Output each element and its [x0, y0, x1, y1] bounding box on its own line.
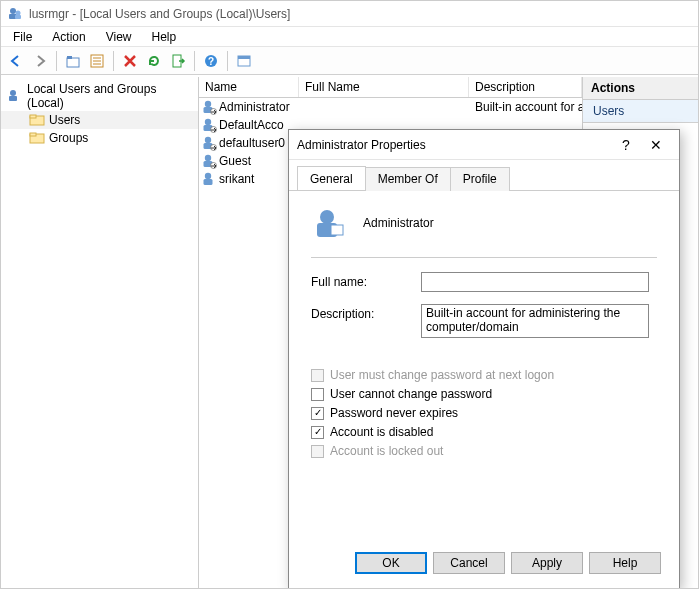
export-button[interactable] [167, 50, 189, 72]
description-row: Description: [311, 304, 657, 341]
fullname-input[interactable] [421, 272, 649, 292]
cell-name: Administrator [219, 100, 290, 114]
svg-rect-4 [67, 58, 79, 67]
tree-root[interactable]: Local Users and Groups (Local) [1, 81, 198, 111]
dialog-tabs: General Member Of Profile [289, 160, 679, 191]
svg-rect-14 [238, 56, 250, 59]
grid-row[interactable]: Administrator Built-in account for ad [199, 98, 582, 116]
svg-rect-3 [15, 15, 21, 19]
menu-help[interactable]: Help [142, 28, 187, 46]
help-button[interactable]: ? [200, 50, 222, 72]
checkbox-row: User must change password at next logon [311, 368, 657, 382]
actions-header: Actions [583, 77, 698, 100]
folder-icon [29, 130, 45, 146]
dialog-titlebar: Administrator Properties ? ✕ [289, 130, 679, 160]
cell-name: defaultuser0 [219, 136, 285, 150]
svg-rect-37 [331, 225, 343, 235]
column-header-name[interactable]: Name [199, 77, 299, 97]
menu-view[interactable]: View [96, 28, 142, 46]
checkbox-icon: ✓ [311, 426, 324, 439]
delete-button[interactable] [119, 50, 141, 72]
apply-button[interactable]: Apply [511, 552, 583, 574]
tree-root-label: Local Users and Groups (Local) [27, 82, 194, 110]
svg-rect-5 [67, 56, 72, 59]
svg-point-27 [205, 137, 211, 143]
refresh-button[interactable] [143, 50, 165, 72]
tree-item-users[interactable]: Users [1, 111, 198, 129]
checkbox-row[interactable]: ✓ Account is disabled [311, 425, 657, 439]
svg-point-30 [205, 155, 211, 161]
dialog-body: Administrator Full name: Description: Us… [289, 191, 679, 471]
dialog-title: Administrator Properties [297, 138, 611, 152]
svg-point-0 [10, 8, 16, 14]
toolbar-separator [56, 51, 57, 71]
user-header: Administrator [311, 205, 657, 251]
svg-rect-18 [30, 115, 36, 118]
window-title: lusrmgr - [Local Users and Groups (Local… [29, 7, 290, 21]
fullname-row: Full name: [311, 272, 657, 292]
svg-point-35 [320, 210, 334, 224]
svg-point-15 [10, 90, 16, 96]
tree-pane: Local Users and Groups (Local) Users Gro… [1, 77, 199, 588]
app-icon [7, 6, 23, 22]
tree-item-groups[interactable]: Groups [1, 129, 198, 147]
svg-rect-34 [204, 179, 213, 185]
checkbox-icon [311, 445, 324, 458]
user-icon [311, 205, 347, 241]
ok-button[interactable]: OK [355, 552, 427, 574]
grid-header: Name Full Name Description [199, 77, 582, 98]
checkbox-label: User cannot change password [330, 387, 492, 401]
user-name-display: Administrator [363, 216, 434, 230]
divider [311, 257, 657, 258]
column-header-fullname[interactable]: Full Name [299, 77, 469, 97]
cell-description: Built-in account for ad [469, 100, 582, 114]
up-button[interactable] [62, 50, 84, 72]
back-button[interactable] [5, 50, 27, 72]
svg-point-2 [16, 10, 21, 15]
svg-text:?: ? [208, 56, 214, 67]
user-icon [201, 117, 217, 133]
cell-name: DefaultAcco [219, 118, 284, 132]
description-label: Description: [311, 304, 421, 321]
svg-rect-20 [30, 133, 36, 136]
cell-name: Guest [219, 154, 251, 168]
tab-general[interactable]: General [297, 166, 366, 190]
dialog-button-row: OK Cancel Apply Help [289, 552, 679, 574]
svg-point-21 [205, 101, 211, 107]
svg-point-33 [205, 173, 211, 179]
user-icon [201, 99, 217, 115]
user-icon [201, 135, 217, 151]
dialog-help-button[interactable]: ? [611, 137, 641, 153]
folder-icon [29, 112, 45, 128]
properties-button[interactable] [86, 50, 108, 72]
toolbar-separator [113, 51, 114, 71]
cell-name: srikant [219, 172, 254, 186]
menu-file[interactable]: File [3, 28, 42, 46]
svg-rect-16 [9, 96, 17, 101]
tab-member-of[interactable]: Member Of [365, 167, 451, 191]
show-hide-button[interactable] [233, 50, 255, 72]
checkbox-icon: ✓ [311, 407, 324, 420]
actions-category[interactable]: Users [583, 100, 698, 123]
toolbar-separator [194, 51, 195, 71]
user-icon [201, 171, 217, 187]
description-input[interactable] [421, 304, 649, 338]
help-button[interactable]: Help [589, 552, 661, 574]
checkbox-row: Account is locked out [311, 444, 657, 458]
toolbar-separator [227, 51, 228, 71]
mmc-window: lusrmgr - [Local Users and Groups (Local… [0, 0, 699, 589]
user-icon [201, 153, 217, 169]
titlebar: lusrmgr - [Local Users and Groups (Local… [1, 1, 698, 27]
tree-item-label: Users [49, 113, 80, 127]
cancel-button[interactable]: Cancel [433, 552, 505, 574]
tab-profile[interactable]: Profile [450, 167, 510, 191]
menu-action[interactable]: Action [42, 28, 95, 46]
checkbox-row[interactable]: User cannot change password [311, 387, 657, 401]
checkbox-icon [311, 388, 324, 401]
users-groups-icon [7, 88, 23, 104]
dialog-close-button[interactable]: ✕ [641, 137, 671, 153]
column-header-description[interactable]: Description [469, 77, 582, 97]
checkbox-row[interactable]: ✓ Password never expires [311, 406, 657, 420]
checkbox-label: Password never expires [330, 406, 458, 420]
forward-button[interactable] [29, 50, 51, 72]
